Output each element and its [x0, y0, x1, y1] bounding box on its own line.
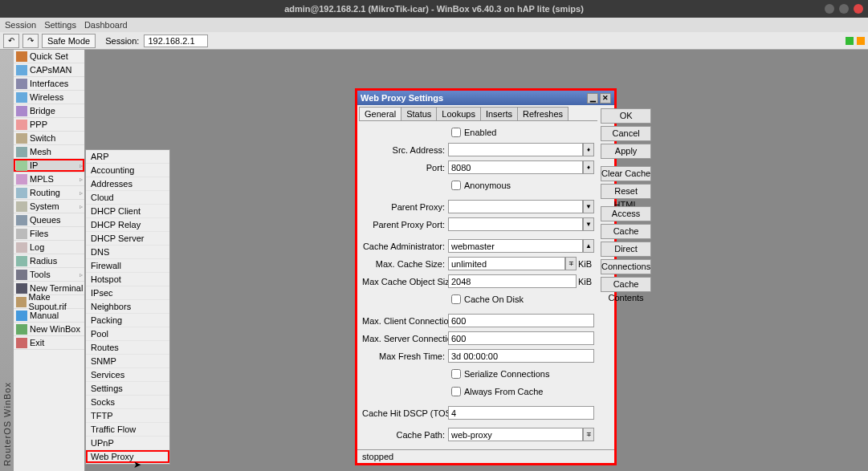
always-from-cache-checkbox[interactable] — [451, 387, 461, 396]
nav-item-switch[interactable]: Switch — [14, 132, 84, 145]
submenu-item-addresses[interactable]: Addresses — [86, 177, 169, 191]
nav-item-tools[interactable]: Tools — [14, 268, 84, 282]
submenu-item-dhcp-relay[interactable]: DHCP Relay — [86, 218, 169, 232]
enabled-checkbox[interactable] — [451, 128, 461, 137]
nav-item-mesh[interactable]: Mesh — [14, 145, 84, 159]
parent-proxy-input[interactable] — [448, 200, 583, 213]
parent-proxy-drop[interactable]: ▼ — [583, 200, 594, 213]
cache-button[interactable]: Cache — [601, 224, 651, 239]
cancel-button[interactable]: Cancel — [601, 126, 651, 141]
access-button[interactable]: Access — [601, 206, 651, 221]
submenu-item-dhcp-server[interactable]: DHCP Server — [86, 232, 169, 246]
cache-hit-dscp-input[interactable] — [448, 406, 594, 420]
nav-item-manual[interactable]: Manual — [14, 309, 84, 323]
cache-path-drop[interactable]: ∓ — [583, 428, 594, 441]
submenu-item-dhcp-client[interactable]: DHCP Client — [86, 205, 169, 218]
parent-proxy-port-input[interactable] — [448, 217, 583, 231]
submenu-item-services[interactable]: Services — [86, 368, 169, 382]
ok-button[interactable]: OK — [601, 108, 651, 124]
reset-html-button[interactable]: Reset HTML — [601, 184, 651, 199]
port-input[interactable] — [448, 160, 583, 174]
parent-proxy-label: Parent Proxy: — [362, 202, 448, 212]
tab-status[interactable]: Status — [401, 107, 437, 120]
submenu-item-ipsec[interactable]: IPsec — [86, 286, 169, 300]
nav-item-mpls[interactable]: MPLS — [14, 173, 84, 186]
maximize-icon[interactable] — [839, 4, 849, 14]
menu-settings[interactable]: Settings — [44, 20, 76, 30]
nav-item-ip[interactable]: IP — [14, 159, 84, 173]
nav-icon — [16, 147, 27, 157]
submenu-item-hotspot[interactable]: Hotspot — [86, 273, 169, 286]
submenu-item-upnp[interactable]: UPnP — [86, 436, 169, 450]
direct-button[interactable]: Direct — [601, 242, 651, 257]
submenu-item-cloud[interactable]: Cloud — [86, 191, 169, 205]
nav-item-log[interactable]: Log — [14, 241, 84, 254]
submenu-item-arp[interactable]: ARP — [86, 150, 169, 164]
dialog-titlebar[interactable]: Web Proxy Settings ▁ ✕ — [357, 91, 614, 105]
cache-on-disk-checkbox[interactable] — [451, 294, 461, 304]
close-icon[interactable] — [854, 4, 863, 14]
undo-button[interactable]: ↶ — [3, 34, 19, 48]
nav-icon — [16, 133, 27, 144]
submenu-item-dns[interactable]: DNS — [86, 246, 169, 259]
tab-inserts[interactable]: Inserts — [480, 107, 518, 120]
nav-item-make-supout-rif[interactable]: Make Supout.rif — [14, 295, 84, 309]
nav-item-interfaces[interactable]: Interfaces — [14, 77, 84, 91]
cache-path-input[interactable] — [448, 428, 583, 441]
menu-dashboard[interactable]: Dashboard — [84, 20, 128, 30]
max-fresh-time-input[interactable] — [448, 349, 594, 363]
submenu-item-packing[interactable]: Packing — [86, 314, 169, 327]
submenu-item-snmp[interactable]: SNMP — [86, 355, 169, 368]
max-cache-obj-input[interactable] — [448, 274, 577, 288]
nav-item-capsman[interactable]: CAPsMAN — [14, 63, 84, 77]
max-server-conn-input[interactable] — [448, 331, 594, 345]
serialize-conn-checkbox[interactable] — [451, 369, 461, 379]
cache-admin-input[interactable] — [448, 239, 583, 253]
submenu-item-accounting[interactable]: Accounting — [86, 164, 169, 177]
nav-item-radius[interactable]: Radius — [14, 254, 84, 268]
menu-session[interactable]: Session — [5, 20, 36, 30]
dialog-minimize-icon[interactable]: ▁ — [587, 93, 598, 104]
redo-button[interactable]: ↷ — [22, 34, 39, 48]
max-cache-size-drop[interactable]: ∓ — [565, 257, 577, 270]
port-spin[interactable]: ♦ — [583, 160, 594, 174]
submenu-item-traffic-flow[interactable]: Traffic Flow — [86, 423, 169, 436]
nav-icon — [16, 270, 27, 280]
submenu-item-web-proxy[interactable]: Web Proxy — [86, 450, 169, 464]
max-client-conn-input[interactable] — [448, 314, 594, 327]
nav-item-routing[interactable]: Routing — [14, 186, 84, 200]
submenu-item-tftp[interactable]: TFTP — [86, 409, 169, 423]
submenu-item-socks[interactable]: Socks — [86, 396, 169, 409]
parent-proxy-port-drop[interactable]: ▼ — [583, 217, 594, 231]
nav-item-exit[interactable]: Exit — [14, 336, 84, 350]
nav-item-queues[interactable]: Queues — [14, 213, 84, 227]
nav-item-wireless[interactable]: Wireless — [14, 91, 84, 104]
tab-general[interactable]: General — [359, 107, 401, 120]
minimize-icon[interactable] — [825, 4, 834, 14]
max-cache-size-input[interactable] — [448, 257, 565, 270]
submenu-item-firewall[interactable]: Firewall — [86, 259, 169, 273]
submenu-item-pool[interactable]: Pool — [86, 327, 169, 341]
apply-button[interactable]: Apply — [601, 144, 651, 159]
connections-button[interactable]: Connections — [601, 259, 651, 274]
src-address-spin[interactable]: ♦ — [583, 143, 594, 156]
cache-contents-button[interactable]: Cache Contents — [601, 277, 651, 292]
nav-item-ppp[interactable]: PPP — [14, 118, 84, 132]
tab-refreshes[interactable]: Refreshes — [517, 107, 568, 120]
max-cache-obj-unit: KiB — [578, 277, 594, 286]
safe-mode-button[interactable]: Safe Mode — [42, 34, 96, 48]
clear-cache-button[interactable]: Clear Cache — [601, 166, 651, 181]
nav-item-system[interactable]: System — [14, 200, 84, 213]
submenu-item-settings[interactable]: Settings — [86, 382, 169, 396]
nav-item-files[interactable]: Files — [14, 227, 84, 241]
nav-item-quick-set[interactable]: Quick Set — [14, 50, 84, 63]
dialog-close-icon[interactable]: ✕ — [600, 93, 611, 104]
submenu-item-neighbors[interactable]: Neighbors — [86, 300, 169, 314]
anonymous-checkbox[interactable] — [451, 181, 461, 190]
nav-item-bridge[interactable]: Bridge — [14, 104, 84, 118]
cache-admin-toggle[interactable]: ▲ — [583, 239, 594, 253]
nav-item-new-winbox[interactable]: New WinBox — [14, 323, 84, 336]
src-address-input[interactable] — [448, 143, 583, 156]
submenu-item-routes[interactable]: Routes — [86, 341, 169, 355]
tab-lookups[interactable]: Lookups — [436, 107, 481, 120]
